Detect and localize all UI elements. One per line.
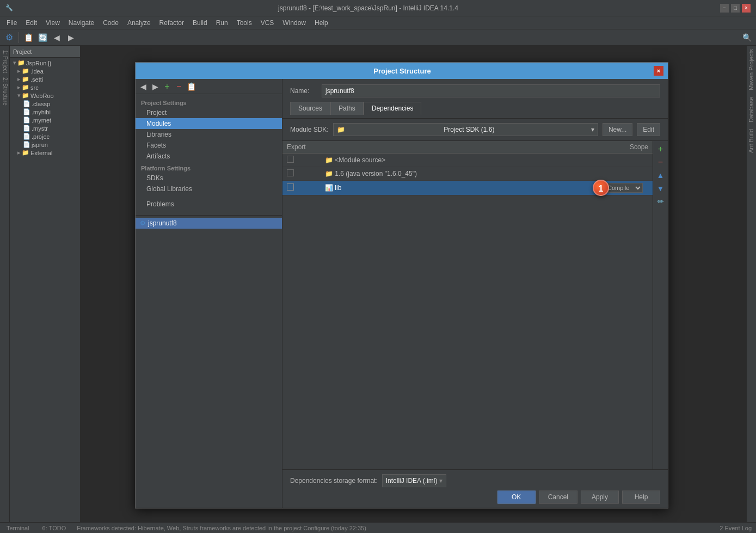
add-module-button[interactable]: + [162, 81, 173, 92]
dep-checkbox-2[interactable] [287, 169, 294, 176]
todo-tab[interactable]: 6: TODO [40, 525, 69, 531]
ant-build-label[interactable]: Ant Build [747, 126, 756, 156]
module-icon: ⚙ [140, 219, 146, 227]
pt-item-classp[interactable]: 📄 .classp [10, 100, 80, 108]
menu-vcs[interactable]: VCS [256, 18, 279, 28]
apply-button[interactable]: Apply [581, 491, 619, 504]
pt-item-external[interactable]: ▸ 📁 External [10, 149, 80, 157]
toolbar-icon-btn[interactable]: ⚙ [3, 32, 15, 44]
btn-new[interactable]: New... [603, 123, 632, 136]
project-settings-label: Project Settings [136, 96, 282, 107]
menu-tools[interactable]: Tools [232, 18, 256, 28]
pt-item-mymet[interactable]: 📄 .mymet [10, 116, 80, 124]
toolbar-search[interactable]: 🔍 [741, 32, 753, 44]
tab-dependencies[interactable]: Dependencies [364, 102, 422, 115]
dep-down-button[interactable]: ▼ [655, 182, 667, 194]
nav-back-button[interactable]: ◀ [138, 81, 149, 92]
sdk-combo-value: Project SDK (1.6) [444, 126, 494, 133]
module-name-input[interactable] [322, 84, 660, 97]
dep-name-label-1: <Module source> [335, 156, 385, 164]
pt-file-icon-myhibi: 📄 [23, 108, 30, 115]
terminal-tab[interactable]: Terminal [4, 525, 32, 531]
pt-item-jsprun[interactable]: ▾ 📁 JspRun [j [10, 59, 80, 67]
close-button[interactable]: × [742, 4, 751, 13]
pt-label-settings: .setti [30, 76, 43, 83]
nav-modules[interactable]: Modules [136, 118, 282, 129]
help-button[interactable]: Help [622, 491, 660, 504]
menu-file[interactable]: File [2, 18, 21, 28]
tab-paths[interactable]: Paths [330, 102, 364, 115]
scope-col-header: Scope [598, 141, 653, 154]
nav-forward-button[interactable]: ▶ [150, 81, 161, 92]
ide-left-structure-label[interactable]: 2: Structure [0, 75, 9, 108]
dep-checkbox-3[interactable] [287, 183, 294, 191]
dep-remove-button[interactable]: − [655, 156, 667, 168]
nav-artifacts[interactable]: Artifacts [136, 151, 282, 162]
menu-edit[interactable]: Edit [21, 18, 41, 28]
project-tree: Project ▾ 📁 JspRun [j ▸ 📁 .idea ▸ 📁 .set… [10, 46, 81, 522]
nav-global-libraries[interactable]: Global Libraries [136, 183, 282, 194]
menu-build[interactable]: Build [188, 18, 212, 28]
menu-run[interactable]: Run [212, 18, 232, 28]
menu-help[interactable]: Help [310, 18, 333, 28]
maven-projects-label[interactable]: Maven Projects [747, 46, 756, 94]
pt-label-jsprun: jsprun [32, 142, 48, 148]
nav-libraries[interactable]: Libraries [136, 129, 282, 140]
event-log-tab[interactable]: 2 Event Log [720, 525, 752, 531]
database-label[interactable]: Database [747, 94, 756, 126]
pt-label-projec: .projec [32, 133, 50, 140]
dep-up-button[interactable]: ▲ [655, 169, 667, 181]
pt-item-projec[interactable]: 📄 .projec [10, 132, 80, 140]
nav-facets[interactable]: Facets [136, 140, 282, 151]
menu-code[interactable]: Code [99, 18, 123, 28]
pt-item-idea[interactable]: ▸ 📁 .idea [10, 67, 80, 75]
module-tree-jsprunutf8[interactable]: ⚙ jsprunutf8 [136, 218, 282, 229]
storage-combo[interactable]: IntelliJ IDEA (.iml) ▾ [382, 474, 447, 487]
pt-file-icon-mystr: 📄 [23, 125, 30, 132]
sdk-combo[interactable]: 📁 Project SDK (1.6) ▾ [333, 123, 598, 136]
dep-name-label-2: 1.6 (java version "1.6.0_45") [335, 170, 417, 177]
name-label: Name: [290, 87, 317, 95]
menu-navigate[interactable]: Navigate [64, 18, 99, 28]
pt-folder-icon-settings: 📁 [22, 76, 29, 83]
dep-export-cell-2 [282, 167, 321, 181]
dep-table-header-row: Export Scope [282, 141, 653, 154]
nav-project[interactable]: Project [136, 107, 282, 118]
dep-row-lib[interactable]: 📊 lib 1 Compile [282, 181, 653, 195]
dep-checkbox-1[interactable] [287, 156, 294, 163]
menu-view[interactable]: View [41, 18, 64, 28]
project-tree-header: Project [10, 46, 80, 58]
menu-refactor[interactable]: Refactor [155, 18, 188, 28]
pt-item-jsprun[interactable]: 📄 jsprun [10, 140, 80, 149]
menu-bar: File Edit View Navigate Code Analyze Ref… [0, 16, 756, 29]
ok-button[interactable]: OK [497, 491, 536, 504]
pt-item-src[interactable]: ▸ 📁 src [10, 83, 80, 91]
pt-label-mystr: .mystr [32, 125, 48, 132]
nav-problems[interactable]: Problems [136, 199, 282, 210]
restore-button[interactable]: □ [731, 4, 740, 13]
ide-left-project-label[interactable]: 1: Project [0, 48, 9, 75]
nav-sdks[interactable]: SDKs [136, 173, 282, 183]
pt-item-settings[interactable]: ▸ 📁 .setti [10, 75, 80, 83]
menu-window[interactable]: Window [278, 18, 310, 28]
bottom-bar: Terminal 6: TODO Frameworks detected: Hi… [0, 522, 756, 533]
pt-item-myhibi[interactable]: 📄 .myhibi [10, 108, 80, 116]
pt-item-webroot[interactable]: ▾ 📁 WebRoo [10, 91, 80, 100]
tab-sources[interactable]: Sources [290, 102, 330, 115]
copy-module-button[interactable]: 📋 [186, 81, 196, 92]
dialog-title-bar: Project Structure × [136, 63, 668, 79]
dep-add-button[interactable]: + [655, 143, 667, 155]
toolbar-btn-2[interactable]: 📋 [22, 32, 34, 44]
status-text: Frameworks detected: Hibernate, Web, Str… [77, 525, 711, 531]
toolbar-forward[interactable]: ▶ [65, 32, 77, 44]
remove-module-button[interactable]: − [174, 81, 185, 92]
menu-analyze[interactable]: Analyze [123, 18, 155, 28]
dialog-close-button[interactable]: × [654, 66, 663, 76]
dep-edit-button[interactable]: ✏ [655, 195, 667, 207]
btn-edit[interactable]: Edit [637, 123, 660, 136]
toolbar-refresh[interactable]: 🔄 [36, 32, 48, 44]
minimize-button[interactable]: − [720, 4, 729, 13]
pt-item-mystr[interactable]: 📄 .mystr [10, 124, 80, 132]
cancel-button[interactable]: Cancel [539, 491, 577, 504]
toolbar-back[interactable]: ◀ [51, 32, 63, 44]
